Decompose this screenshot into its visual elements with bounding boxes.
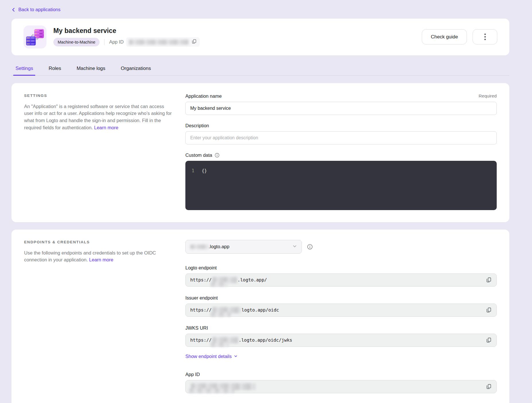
- check-guide-button[interactable]: Check guide: [422, 29, 467, 44]
- back-to-applications-link[interactable]: Back to applications: [11, 7, 61, 12]
- show-endpoint-details-link[interactable]: Show endpoint details: [185, 354, 238, 359]
- description-input[interactable]: [185, 131, 497, 144]
- domain-select[interactable]: .logto.app: [185, 240, 302, 254]
- endpoint-prefix: https://: [190, 277, 212, 283]
- copy-button[interactable]: [486, 277, 492, 283]
- custom-data-code-editor[interactable]: 1 {}: [185, 161, 497, 210]
- redacted-tenant-id: [212, 307, 241, 313]
- app-id-label: App ID: [109, 39, 123, 45]
- description-field-block: Description: [185, 123, 497, 144]
- endpoint-prefix: https://: [190, 338, 212, 343]
- tab-bar: Settings Roles Machine logs Organization…: [11, 64, 509, 76]
- more-options-button[interactable]: [473, 29, 497, 44]
- domain-select-value: .logto.app: [209, 244, 229, 249]
- logto-endpoint-field: https://.logto.app/: [185, 273, 497, 287]
- endpoint-suffix: .logto.app/: [238, 277, 267, 283]
- custom-data-label: Custom data: [185, 152, 212, 158]
- meta-divider: [104, 39, 104, 45]
- redacted-app-id-value: [191, 383, 255, 390]
- back-link-label: Back to applications: [18, 7, 61, 12]
- app-id-copy-pill[interactable]: [126, 37, 200, 47]
- endpoints-intro: ENDPOINTS & CREDENTIALS Use the followin…: [24, 240, 172, 393]
- endpoint-prefix: https://: [190, 308, 212, 313]
- settings-learn-more-link[interactable]: Learn more: [94, 125, 118, 130]
- app-id-field-label: App ID: [185, 372, 497, 377]
- endpoints-form: .logto.app Logto endpoint https://.logto…: [185, 240, 497, 393]
- settings-section-description: An "Application" is a registered softwar…: [24, 103, 172, 131]
- tab-organizations[interactable]: Organizations: [117, 64, 155, 75]
- application-name-label: Application name: [185, 93, 222, 99]
- tab-roles[interactable]: Roles: [44, 64, 65, 75]
- endpoints-learn-more-link[interactable]: Learn more: [89, 257, 113, 262]
- application-header-card: My backend service Machine-to-Machine Ap…: [11, 19, 509, 55]
- redacted-app-id-value: [129, 40, 189, 45]
- code-content: {}: [202, 168, 207, 173]
- chevron-left-icon: [11, 8, 15, 12]
- header-actions: Check guide: [422, 29, 497, 44]
- machine-to-machine-app-icon: [24, 26, 46, 48]
- tab-machine-logs[interactable]: Machine logs: [73, 64, 109, 75]
- header-text: My backend service Machine-to-Machine Ap…: [53, 27, 200, 47]
- jwks-uri-field: https://.logto.app/oidc/jwks: [185, 334, 497, 347]
- info-icon[interactable]: [307, 244, 313, 250]
- app-type-badge: Machine-to-Machine: [53, 38, 100, 46]
- settings-card: SETTINGS An "Application" is a registere…: [11, 83, 509, 222]
- issuer-endpoint-label: Issuer endpoint: [185, 295, 497, 301]
- endpoints-credentials-card: ENDPOINTS & CREDENTIALS Use the followin…: [11, 230, 509, 403]
- copy-button[interactable]: [486, 384, 492, 390]
- code-line-number: 1: [185, 168, 194, 173]
- settings-section-title: SETTINGS: [24, 93, 172, 98]
- issuer-endpoint-field: https://logto.app/oidc: [185, 304, 497, 317]
- app-id-field: [185, 380, 497, 393]
- chevron-down-icon: [234, 354, 238, 359]
- endpoints-section-description: Use the following endpoints and credenti…: [24, 249, 172, 264]
- page-title: My backend service: [53, 27, 200, 35]
- show-endpoint-details-label: Show endpoint details: [185, 354, 232, 359]
- header-meta: Machine-to-Machine App ID: [53, 37, 200, 47]
- redacted-tenant-id: [212, 277, 237, 283]
- logto-endpoint-label: Logto endpoint: [185, 265, 497, 271]
- tab-settings[interactable]: Settings: [11, 64, 37, 75]
- copy-button[interactable]: [486, 307, 492, 313]
- settings-form: Application name Required Description Cu…: [185, 93, 497, 210]
- copy-button[interactable]: [486, 337, 492, 343]
- endpoints-section-title: ENDPOINTS & CREDENTIALS: [24, 240, 172, 244]
- jwks-uri-label: JWKS URI: [185, 325, 497, 331]
- redacted-tenant-id: [212, 337, 238, 343]
- domain-select-row: .logto.app: [185, 240, 497, 254]
- kebab-menu-icon: [484, 34, 486, 40]
- copy-icon[interactable]: [191, 39, 197, 45]
- application-details-page: Back to applications: [0, 0, 532, 403]
- application-name-input[interactable]: [185, 102, 497, 115]
- redacted-tenant-id: [190, 244, 209, 249]
- endpoint-suffix: .logto.app/oidc/jwks: [239, 338, 292, 343]
- info-icon[interactable]: [215, 153, 220, 158]
- custom-data-field-block: Custom data 1 {}: [185, 152, 497, 210]
- endpoint-suffix: logto.app/oidc: [242, 308, 279, 313]
- required-hint: Required: [479, 93, 497, 99]
- chevron-down-icon: [292, 244, 297, 250]
- settings-intro: SETTINGS An "Application" is a registere…: [24, 93, 172, 210]
- application-name-field-block: Application name Required: [185, 93, 497, 115]
- description-label: Description: [185, 123, 209, 128]
